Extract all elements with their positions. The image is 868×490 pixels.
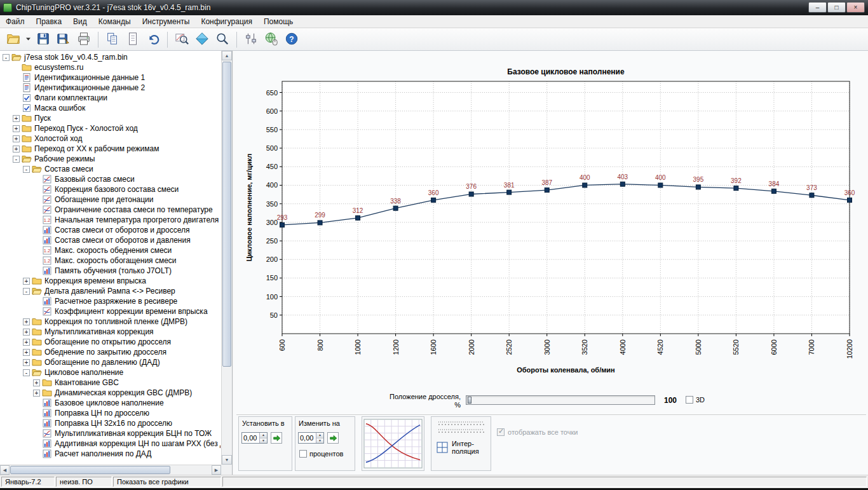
- tree-item[interactable]: -Рабочие режимы: [1, 154, 220, 164]
- menu-tools[interactable]: Инструменты: [137, 16, 196, 27]
- graph-zoom-button[interactable]: [172, 31, 191, 49]
- tree-item[interactable]: Коэффициент коррекции времени впрыска: [1, 306, 220, 316]
- tree-item[interactable]: Флаги комплектации: [1, 93, 220, 103]
- show-all-points-checkbox[interactable]: отображать все точки: [497, 428, 578, 436]
- tree-item[interactable]: Память обучения (только J7OLT): [1, 266, 220, 276]
- change-by-spin-up-icon[interactable]: ▲: [316, 433, 323, 439]
- tree-item[interactable]: Мультипликативная коррекция БЦН по ТОЖ: [1, 428, 220, 439]
- expand-toggle-icon[interactable]: +: [13, 146, 20, 153]
- interpolation-button[interactable]: Интер- поляция: [435, 439, 480, 456]
- apply-set-to-button[interactable]: [271, 432, 282, 444]
- menu-help[interactable]: Помощь: [258, 16, 299, 27]
- tree-item[interactable]: +Мультипликативная коррекция: [1, 327, 220, 337]
- print-button[interactable]: [74, 31, 93, 49]
- collapse-toggle-icon[interactable]: -: [23, 288, 30, 295]
- tree-item[interactable]: +Переход от ХХ к рабочим режимам: [1, 144, 220, 154]
- tree-item[interactable]: Базовый состав смеси: [1, 174, 220, 184]
- tree-item[interactable]: Идентификационные данные 1: [1, 72, 220, 83]
- tree-item[interactable]: Коррекция базового состава смеси: [1, 184, 220, 194]
- percent-checkbox[interactable]: процентов: [299, 450, 351, 458]
- collapse-toggle-icon[interactable]: -: [23, 166, 30, 173]
- vertical-scroll-thumb[interactable]: [222, 62, 231, 367]
- tree-item[interactable]: 1.2Макс. скорость обеднения смеси: [1, 245, 220, 255]
- expand-toggle-icon[interactable]: +: [23, 339, 30, 346]
- percent-checkbox-box[interactable]: [299, 450, 307, 458]
- tree-item[interactable]: 1.2Макс. скорость обогащения смеси: [1, 255, 220, 266]
- menu-edit[interactable]: Правка: [31, 16, 68, 27]
- horizontal-scroll-thumb[interactable]: [10, 466, 170, 474]
- expand-toggle-icon[interactable]: +: [23, 359, 30, 366]
- throttle-slider[interactable]: [466, 395, 655, 405]
- open-dropdown-button[interactable]: [24, 31, 32, 49]
- tree-item[interactable]: Аддитивная коррекция ЦН по шагам РХХ (бе…: [1, 439, 220, 449]
- tree-item[interactable]: Ограничение состава смеси по температуре: [1, 205, 220, 215]
- collapse-toggle-icon[interactable]: -: [3, 54, 10, 61]
- tree-item[interactable]: +Обогащение по открытию дросселя: [1, 337, 220, 347]
- tree-item[interactable]: +Динамическая коррекция GBC (ДМРВ): [1, 388, 220, 398]
- scroll-down-icon[interactable]: ▼: [222, 455, 232, 465]
- expand-toggle-icon[interactable]: +: [23, 349, 30, 356]
- close-button[interactable]: ×: [846, 2, 865, 13]
- show-all-points-box[interactable]: [497, 428, 505, 436]
- scroll-right-icon[interactable]: ▶: [212, 465, 221, 475]
- tree-item[interactable]: +Коррекция времени впрыска: [1, 276, 220, 286]
- tree-item[interactable]: +Переход Пуск - Холостой ход: [1, 123, 220, 133]
- tree-item[interactable]: -Дельта давлений Рампа <-> Ресивер: [1, 286, 220, 296]
- open-file-button[interactable]: [4, 31, 23, 49]
- tree-item[interactable]: -Состав смеси: [1, 164, 220, 174]
- collapse-toggle-icon[interactable]: -: [13, 156, 20, 163]
- tree-item[interactable]: -Цикловое наполнение: [1, 367, 220, 378]
- expand-toggle-icon[interactable]: +: [33, 390, 40, 397]
- expand-toggle-icon[interactable]: +: [23, 278, 30, 285]
- tree-item[interactable]: Обогащение при детонации: [1, 194, 220, 205]
- tree-horizontal-scrollbar[interactable]: ◀ ▶: [0, 465, 221, 475]
- scroll-up-icon[interactable]: ▲: [222, 51, 232, 60]
- set-to-spin-down-icon[interactable]: ▼: [260, 439, 267, 444]
- tree-item[interactable]: +Пуск: [1, 113, 220, 123]
- tree-item[interactable]: Расчетное разряжение в ресивере: [1, 296, 220, 306]
- tree-item[interactable]: +Обеднение по закрытию дросселя: [1, 347, 220, 357]
- menu-commands[interactable]: Команды: [93, 16, 137, 27]
- change-by-spin-down-icon[interactable]: ▼: [316, 439, 323, 444]
- checkbox-3d[interactable]: 3D: [686, 396, 705, 404]
- change-by-input[interactable]: [299, 433, 316, 443]
- tree-item[interactable]: +Обогащение по давлению (ДАД): [1, 357, 220, 367]
- graph-preview-button[interactable]: [362, 416, 424, 471]
- tree-item[interactable]: +Квантование GBC: [1, 378, 220, 388]
- tree-item[interactable]: +Холостой ход: [1, 133, 220, 144]
- tree-item[interactable]: Идентификационные данные 2: [1, 83, 220, 93]
- save-as-button[interactable]: [54, 31, 73, 49]
- expand-toggle-icon[interactable]: +: [13, 125, 20, 132]
- tree-item[interactable]: Поправка ЦН по дросселю: [1, 408, 220, 418]
- tree-item[interactable]: +Коррекция по топливной пленке (ДМРВ): [1, 316, 220, 327]
- expand-toggle-icon[interactable]: +: [23, 318, 30, 325]
- tree-item[interactable]: Маска ошибок: [1, 103, 220, 113]
- tree-item[interactable]: 1.2Начальная температура прогретого двиг…: [1, 215, 220, 225]
- tree-item[interactable]: Состав смеси от оборотов и давления: [1, 235, 220, 245]
- save-button[interactable]: [34, 31, 53, 49]
- throttle-slider-thumb[interactable]: [468, 397, 471, 404]
- maximize-button[interactable]: □: [827, 2, 846, 13]
- tree-item[interactable]: Состав смеси от оборотов и дросселя: [1, 225, 220, 235]
- website-button[interactable]: [262, 31, 281, 49]
- chart[interactable]: 5010015020025030035040045050055060065060…: [233, 51, 868, 391]
- info-button[interactable]: [193, 31, 212, 49]
- tree-item[interactable]: Поправка ЦН 32x16 по дросселю: [1, 418, 220, 428]
- expand-toggle-icon[interactable]: +: [23, 329, 30, 336]
- tree-item[interactable]: Базовое цикловое наполнение: [1, 398, 220, 408]
- collapse-toggle-icon[interactable]: -: [23, 369, 30, 376]
- checkbox-3d-box[interactable]: [686, 396, 693, 404]
- help-button[interactable]: ?: [282, 31, 301, 49]
- tree-item[interactable]: Расчет наполнения по ДАД: [1, 449, 220, 459]
- expand-toggle-icon[interactable]: +: [33, 379, 40, 386]
- tree-vertical-scrollbar[interactable]: ▲ ▼: [221, 51, 232, 465]
- tree-item[interactable]: ecusystems.ru: [1, 62, 220, 72]
- copy-button[interactable]: [103, 31, 122, 49]
- tree-item[interactable]: -j7esa stok 16v_v0.4.5_ram.bin: [1, 52, 220, 62]
- undo-button[interactable]: [144, 31, 163, 49]
- apply-change-by-button[interactable]: [327, 432, 339, 444]
- settings-button[interactable]: [241, 31, 261, 49]
- status-show-all-graphs[interactable]: Показать все графики: [113, 477, 221, 487]
- scroll-left-icon[interactable]: ◀: [0, 465, 10, 475]
- menu-configuration[interactable]: Конфигурация: [195, 16, 258, 27]
